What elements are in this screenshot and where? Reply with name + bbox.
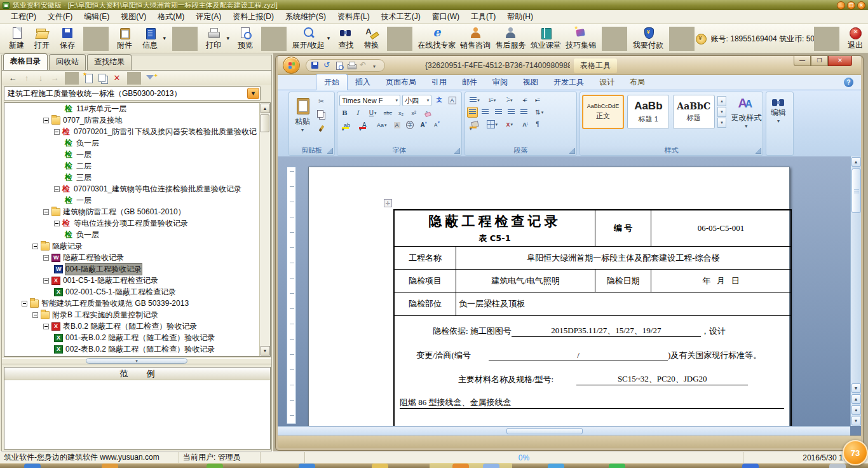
sales-consult-button[interactable]: 销售咨询	[458, 25, 492, 52]
tree-expander-icon[interactable]	[54, 129, 60, 135]
subscript-button[interactable]	[395, 107, 406, 118]
tree-item[interactable]: 07070301_建筑物等电位连接检验批质量验收记录	[4, 183, 270, 195]
tree-item[interactable]: 负一层	[4, 137, 270, 149]
combobox-dropdown-icon[interactable]: ▼	[247, 88, 259, 99]
menu-item[interactable]: 系统维护(S)	[280, 10, 332, 24]
asian-layout-button[interactable]	[502, 119, 517, 130]
tree-item[interactable]: 001-C5-1-隐蔽工程检查记录	[4, 275, 270, 286]
change-case-button[interactable]	[374, 120, 390, 130]
ribbon-tab[interactable]: 邮件	[454, 74, 485, 90]
tree-scrollbar-thumb[interactable]	[260, 114, 269, 132]
line-spacing-button[interactable]	[532, 107, 547, 118]
align-left-button[interactable]	[467, 107, 478, 118]
taskbar-icon-7[interactable]	[483, 464, 499, 468]
taskbar-icon-2[interactable]	[102, 464, 118, 468]
nav-down-button[interactable]	[34, 72, 48, 85]
sort-button[interactable]	[519, 119, 530, 130]
phonetic-guide-button[interactable]	[434, 95, 445, 106]
align-center-button[interactable]	[480, 107, 491, 118]
new-button[interactable]: 新建	[4, 25, 29, 52]
toolbar-button[interactable]	[814, 27, 839, 51]
floating-assistant-ball[interactable]: 73	[843, 440, 868, 465]
print-button[interactable]: 打印	[201, 25, 226, 52]
standard-combobox[interactable]: 建筑工程施工质量验收统一标准（GB50300-2013） ▼	[4, 86, 261, 100]
styles-scroll-up-icon[interactable]: ▲	[717, 96, 726, 106]
clipboard-dialog-launcher[interactable]	[327, 148, 333, 154]
标题 1[interactable]: AaBb 标题 1	[627, 95, 669, 129]
tree-item[interactable]: 11#东单元一层	[4, 103, 270, 114]
标题[interactable]: AaBbC 标题	[673, 95, 715, 129]
menu-item[interactable]: 窗口(W)	[426, 10, 465, 24]
menu-item[interactable]: 编辑(E)	[78, 10, 115, 24]
toolbar-button[interactable]	[387, 27, 412, 51]
app-minimize-button[interactable]: —	[837, 1, 845, 10]
tree-item[interactable]: 002-001-C5-1-隐蔽工程检查记录	[4, 286, 270, 298]
superscript-button[interactable]	[409, 107, 419, 118]
zhuye-class-button[interactable]: 筑业课堂	[528, 25, 563, 52]
styles-dialog-launcher[interactable]	[756, 148, 761, 154]
tree-item[interactable]: 三层	[4, 172, 270, 183]
tree-expander-icon[interactable]	[43, 278, 49, 284]
toolbar-button[interactable]	[172, 27, 198, 51]
ribbon-tab[interactable]: 布局	[622, 74, 653, 90]
tree-item[interactable]: 隐蔽记录	[4, 240, 270, 252]
taskbar-icon-6[interactable]	[452, 464, 469, 468]
next-page-button[interactable]: ▼	[851, 416, 861, 425]
delete-form-button[interactable]	[110, 72, 124, 85]
menu-item[interactable]: 资料上报(D)	[227, 10, 280, 24]
tree-item[interactable]: 07070201_防雷引下线及接闪器安装检验批质量验收记	[4, 126, 270, 137]
qat-print-icon[interactable]	[346, 60, 356, 71]
vertical-scrollbar[interactable]: ▲ ▼ ▲ ● ▼	[850, 156, 861, 426]
qat-undo-circle-icon[interactable]	[322, 60, 332, 71]
attachment-button[interactable]: 附件	[112, 25, 137, 52]
ribbon-tab[interactable]: 设计	[592, 74, 622, 90]
styles-scroll-down-icon[interactable]: ▼	[717, 107, 726, 117]
vertical-ruler[interactable]	[287, 167, 296, 424]
word-restore-button[interactable]: ❐	[811, 56, 828, 66]
expand-collapse-button[interactable]: 展开/收起	[290, 25, 327, 52]
toolbar-button[interactable]	[261, 27, 287, 51]
menu-item[interactable]: 视图(V)	[115, 10, 152, 24]
tree-item[interactable]: 002-表B.0.2 隐蔽工程（随工检查）验收记录	[4, 343, 270, 355]
tree-expander-icon[interactable]	[32, 244, 38, 249]
scroll-down-icon[interactable]: ▼	[261, 346, 270, 355]
scroll-up-icon[interactable]: ▲	[261, 104, 270, 113]
browse-object-button[interactable]: ●	[851, 405, 861, 415]
format-painter-button[interactable]	[316, 123, 327, 134]
taskbar-icon-11[interactable]	[829, 464, 846, 468]
justify-button[interactable]	[506, 107, 517, 118]
toolbar-button[interactable]	[602, 27, 627, 51]
qat-save-icon[interactable]	[310, 60, 320, 71]
editing-button[interactable]: 编辑	[768, 92, 789, 124]
filter-button[interactable]	[144, 72, 158, 85]
font-name-select[interactable]: Times New F	[339, 95, 400, 106]
styles-more-icon[interactable]: ▼	[717, 118, 726, 128]
office-button[interactable]	[283, 57, 300, 74]
正文[interactable]: AaBbCcDdE 正文	[582, 95, 624, 129]
distribute-button[interactable]	[519, 107, 529, 118]
open-button[interactable]: 打开	[29, 25, 55, 52]
character-border-button[interactable]	[447, 95, 458, 106]
font-size-select[interactable]: 小四	[402, 95, 431, 106]
align-right-button[interactable]	[493, 107, 504, 118]
character-shading-button[interactable]	[391, 120, 402, 130]
ribbon-tab[interactable]: 插入	[348, 74, 378, 90]
scrollbar-thumb[interactable]	[851, 169, 861, 213]
ribbon-tab[interactable]: 开发工具	[546, 74, 592, 90]
help-icon[interactable]: ?	[844, 78, 853, 87]
numbering-button[interactable]	[484, 95, 499, 106]
tree-expander-icon[interactable]	[43, 324, 49, 329]
tree-item[interactable]: 智能建筑工程质量验收规范 GB 50339-2013	[4, 298, 270, 309]
underline-button[interactable]	[365, 107, 381, 118]
bullets-button[interactable]	[467, 95, 482, 106]
grow-font-button[interactable]	[417, 120, 428, 130]
tree-item[interactable]: 一层	[4, 149, 270, 160]
save-button[interactable]: 保存	[55, 25, 80, 52]
qat-undo-icon[interactable]	[358, 60, 369, 71]
show-marks-button[interactable]	[532, 119, 543, 130]
menu-item[interactable]: 评定(A)	[190, 10, 227, 24]
shading-button[interactable]	[467, 119, 482, 130]
pay-button[interactable]: 我要付款	[630, 25, 665, 52]
replace-button[interactable]: 替换	[358, 25, 384, 52]
nav-up-button[interactable]	[20, 72, 34, 85]
